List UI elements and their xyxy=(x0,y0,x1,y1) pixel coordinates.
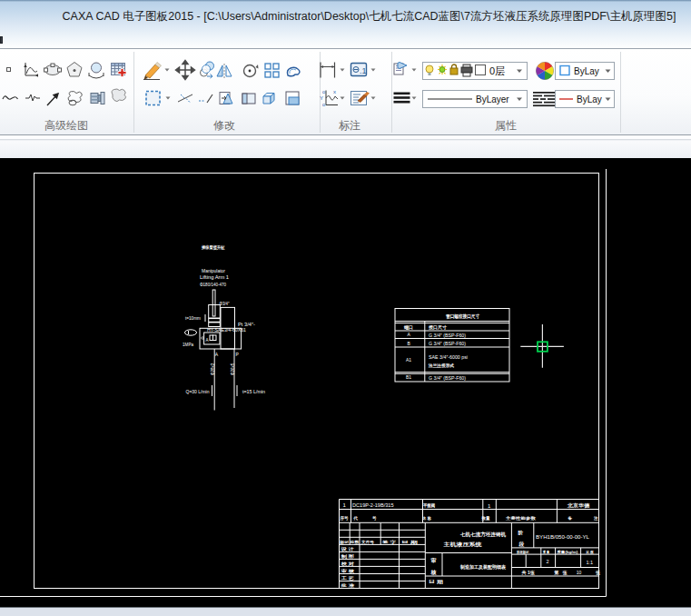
svg-text:主机液压系统: 主机液压系统 xyxy=(442,541,482,548)
svg-text:DC19P-2-19B/315: DC19P-2-19B/315 xyxy=(352,502,394,508)
svg-text:B: B xyxy=(408,341,411,346)
svg-text:设 计: 设 计 xyxy=(340,546,354,551)
svg-text:Pt 3/4″-: Pt 3/4″- xyxy=(238,323,256,327)
svg-text:G 3/4″ (BSP-F60): G 3/4″ (BSP-F60) xyxy=(429,333,466,338)
svg-text:第: 第 xyxy=(554,570,559,575)
svg-text:名 称: 名 称 xyxy=(422,516,431,522)
svg-text:质量(kg/m): 质量(kg/m) xyxy=(556,550,578,554)
svg-text:Φ28x2: Φ28x2 xyxy=(211,363,215,375)
svg-text:共: 共 xyxy=(521,570,527,575)
svg-text:o: o xyxy=(322,89,326,94)
svg-text:核: 核 xyxy=(430,569,437,576)
svg-text:10: 10 xyxy=(577,570,582,575)
svg-text:.1: .1 xyxy=(360,66,367,75)
svg-text:主要性能参数: 主要性能参数 xyxy=(505,515,537,521)
svg-text:重 量: 重 量 xyxy=(542,550,549,554)
svg-text:操纵臂提升缸: 操纵臂提升缸 xyxy=(201,244,224,251)
svg-text:A: A xyxy=(408,332,411,337)
svg-text:代: 代 xyxy=(353,516,359,521)
svg-text:1:1: 1:1 xyxy=(587,560,594,565)
svg-text:G 3/4″ (BSP-F60): G 3/4″ (BSP-F60) xyxy=(429,342,466,346)
svg-text:x: x xyxy=(333,89,336,94)
svg-text:备: 备 xyxy=(568,516,573,521)
svg-text:北京华德: 北京华德 xyxy=(567,502,590,509)
svg-text:号: 号 xyxy=(371,515,377,522)
svg-text:Lifting Arm 1: Lifting Arm 1 xyxy=(200,274,230,280)
svg-text:制 图: 制 图 xyxy=(340,553,354,560)
svg-text:张: 张 xyxy=(563,570,568,576)
svg-text:SAE 3/4″-6000 psi: SAE 3/4″-6000 psi xyxy=(429,355,468,360)
svg-text:t=15 L/min: t=15 L/min xyxy=(242,389,265,394)
svg-text:制造加工及装配明细表: 制造加工及装配明细表 xyxy=(459,564,506,571)
svg-text:工 艺: 工 艺 xyxy=(341,575,355,581)
svg-text:ByLayer: ByLayer xyxy=(476,94,509,104)
svg-text:处数: 处数 xyxy=(349,540,360,544)
svg-text:1: 1 xyxy=(488,503,491,509)
svg-text:BYH1B/050-00-00-YL: BYH1B/050-00-00-YL xyxy=(536,534,590,540)
svg-text:七机七流方坯连铸机: 七机七流方坯连铸机 xyxy=(459,532,507,538)
svg-text:管口螺纹接口尺寸: 管口螺纹接口尺寸 xyxy=(445,313,479,320)
svg-text:Y: Y xyxy=(320,95,323,101)
svg-text:批 准: 批 准 xyxy=(340,583,354,588)
svg-text:ByLay: ByLay xyxy=(577,94,602,104)
svg-text:段: 段 xyxy=(518,541,525,547)
svg-text:平衡阀: 平衡阀 xyxy=(422,502,435,509)
svg-text:ByLay: ByLay xyxy=(574,66,599,76)
svg-text:日 期: 日 期 xyxy=(429,579,444,585)
svg-text:2: 2 xyxy=(547,559,549,564)
svg-text:Φ180/140-470: Φ180/140-470 xyxy=(200,282,226,287)
svg-text:序号: 序号 xyxy=(340,515,350,522)
svg-text:接口尺寸: 接口尺寸 xyxy=(428,324,447,331)
svg-text:Φ26x5: Φ26x5 xyxy=(231,363,235,375)
svg-text:端口: 端口 xyxy=(403,324,413,331)
svg-text:审 核: 审 核 xyxy=(341,569,355,573)
svg-text:A: A xyxy=(215,352,219,357)
svg-text:Q=30 L/min: Q=30 L/min xyxy=(186,389,210,394)
svg-text:1: 1 xyxy=(343,502,347,508)
svg-text:A: A xyxy=(206,338,209,343)
svg-text:阶: 阶 xyxy=(518,530,524,536)
svg-text:Φ3/4″: Φ3/4″ xyxy=(220,302,230,306)
svg-text:张: 张 xyxy=(596,570,601,576)
svg-text:审: 审 xyxy=(431,557,437,563)
svg-text:1张: 1张 xyxy=(528,570,536,576)
svg-text:Manipulator: Manipulator xyxy=(202,268,225,273)
svg-text:t=10mm: t=10mm xyxy=(185,316,201,321)
svg-text:0层: 0层 xyxy=(489,65,505,76)
svg-text:注: 注 xyxy=(593,516,598,521)
svg-text:A1: A1 xyxy=(406,357,411,363)
svg-text:G 3/4″ (BSP-F60): G 3/4″ (BSP-F60) xyxy=(429,376,466,381)
svg-text:1MPa: 1MPa xyxy=(183,343,193,347)
svg-text:法兰连接形式: 法兰连接形式 xyxy=(428,363,454,369)
svg-text:P: P xyxy=(236,352,240,357)
svg-text:HY-SAE3/4-60X61: HY-SAE3/4-60X61 xyxy=(207,328,247,333)
svg-text:B1: B1 xyxy=(406,374,411,380)
svg-text:o: o xyxy=(322,102,326,107)
svg-text:数量: 数量 xyxy=(481,515,491,521)
